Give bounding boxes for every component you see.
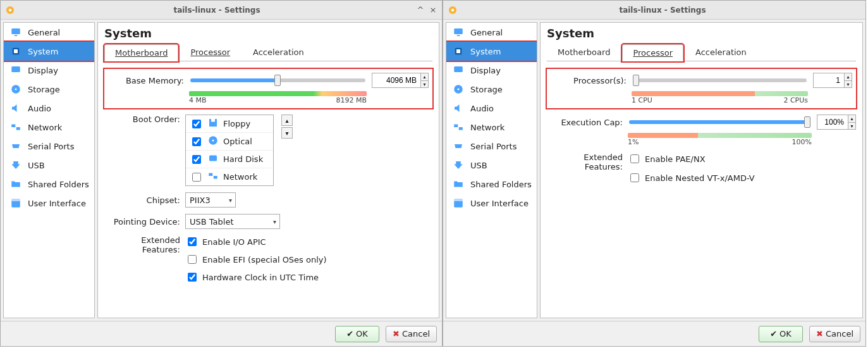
boot-optical-checkbox[interactable] xyxy=(192,137,201,146)
svg-rect-29 xyxy=(454,125,458,128)
sidebar-item-label: Serial Ports xyxy=(28,142,74,151)
tab-motherboard[interactable]: Motherboard xyxy=(547,44,621,61)
extended-features-label: Extended Features: xyxy=(104,235,180,254)
base-memory-spinbox[interactable] xyxy=(372,73,421,88)
efi-check[interactable]: Enable EFI (special OSes only) xyxy=(185,253,327,266)
sidebar-item-storage[interactable]: Storage xyxy=(446,80,537,99)
extended-features-row: Extended Features: Enable PAE/NX Enable … xyxy=(547,152,856,184)
sidebar-item-general[interactable]: General xyxy=(446,23,537,42)
svg-rect-19 xyxy=(214,176,217,179)
boot-item-floppy[interactable]: Floppy xyxy=(186,115,273,133)
execution-cap-spinbox[interactable] xyxy=(817,115,848,130)
utc-checkbox[interactable] xyxy=(188,273,197,282)
sidebar-item-label: Shared Folders xyxy=(28,180,89,189)
spin-up[interactable]: ▴ xyxy=(421,73,428,80)
ok-button[interactable]: ✔ OK xyxy=(335,326,379,342)
sidebar-item-user-interface[interactable]: User Interface xyxy=(4,194,94,213)
paenx-check[interactable]: Enable PAE/NX xyxy=(628,152,755,165)
cancel-button[interactable]: ✖ Cancel xyxy=(809,326,860,342)
tab-acceleration[interactable]: Acceleration xyxy=(685,44,757,61)
svg-point-1 xyxy=(9,8,12,11)
chip-icon xyxy=(9,45,23,58)
sidebar-item-shared-folders[interactable]: Shared Folders xyxy=(4,175,94,194)
ioapic-check[interactable]: Enable I/O APIC xyxy=(185,235,327,248)
boot-order-list: Floppy Optical Hard Disk xyxy=(185,115,274,186)
svg-point-8 xyxy=(15,89,17,90)
processors-value[interactable] xyxy=(816,75,841,85)
svg-rect-9 xyxy=(11,125,15,128)
nested-checkbox[interactable] xyxy=(630,173,639,182)
processors-spinbox[interactable] xyxy=(813,73,845,88)
close-button[interactable]: × xyxy=(428,5,438,15)
boot-harddisk-checkbox[interactable] xyxy=(192,155,201,164)
tab-processor[interactable]: Processor xyxy=(180,44,241,61)
sidebar-item-user-interface[interactable]: User Interface xyxy=(446,194,537,213)
pointing-device-select[interactable]: USB Tablet xyxy=(185,214,280,229)
utc-label: Hardware Clock in UTC Time xyxy=(202,273,319,282)
boot-item-label: Network xyxy=(223,172,257,182)
spin-down[interactable]: ▾ xyxy=(848,122,855,129)
folder-icon xyxy=(451,178,465,190)
sidebar-item-shared-folders[interactable]: Shared Folders xyxy=(446,175,537,194)
sidebar-item-serial-ports[interactable]: Serial Ports xyxy=(4,137,94,156)
tabs: Motherboard Processor Acceleration xyxy=(547,44,856,61)
chipset-select[interactable]: PIIX3 xyxy=(185,192,236,208)
svg-point-21 xyxy=(451,8,455,11)
boot-item-network[interactable]: Network xyxy=(186,168,273,185)
minimize-button[interactable]: ^ xyxy=(415,5,425,15)
sidebar-item-storage[interactable]: Storage xyxy=(4,80,94,99)
ok-button[interactable]: ✔ OK xyxy=(759,326,803,342)
tab-motherboard[interactable]: Motherboard xyxy=(104,44,178,61)
sidebar-item-display[interactable]: Display xyxy=(446,61,537,80)
cancel-button[interactable]: ✖ Cancel xyxy=(386,326,437,342)
sidebar-item-usb[interactable]: USB xyxy=(446,156,537,175)
nested-check[interactable]: Enable Nested VT-x/AMD-V xyxy=(628,171,755,184)
sidebar-item-label: USB xyxy=(470,161,487,170)
boot-floppy-checkbox[interactable] xyxy=(192,120,201,128)
spin-down[interactable]: ▾ xyxy=(421,80,428,87)
processors-max-label: 2 CPUs xyxy=(783,96,808,104)
tab-processor[interactable]: Processor xyxy=(622,44,683,61)
sidebar-item-display[interactable]: Display xyxy=(4,61,94,80)
processors-slider[interactable] xyxy=(633,78,807,82)
sidebar-item-system[interactable]: System xyxy=(446,42,537,61)
spin-up[interactable]: ▴ xyxy=(848,115,855,122)
utc-check[interactable]: Hardware Clock in UTC Time xyxy=(185,271,327,283)
sidebar-item-serial-ports[interactable]: Serial Ports xyxy=(446,137,537,156)
sidebar-item-system[interactable]: System xyxy=(4,42,94,61)
usb-icon xyxy=(9,159,23,171)
chipset-value: PIIX3 xyxy=(190,196,211,205)
sidebar-item-general[interactable]: General xyxy=(4,23,94,42)
execution-cap-slider[interactable] xyxy=(629,120,810,124)
execution-cap-row: Execution Cap: ▴▾ xyxy=(547,115,856,146)
sidebar-item-label: Serial Ports xyxy=(470,142,517,151)
ioapic-checkbox[interactable] xyxy=(188,237,197,246)
spin-down[interactable]: ▾ xyxy=(845,80,852,87)
boot-item-optical[interactable]: Optical xyxy=(186,133,273,151)
sidebar-item-label: General xyxy=(470,28,503,37)
content-panel: System Motherboard Processor Acceleratio… xyxy=(540,22,863,318)
chipset-label: Chipset: xyxy=(104,196,180,205)
speaker-icon xyxy=(451,102,465,115)
speaker-icon xyxy=(9,102,23,115)
base-memory-slider[interactable] xyxy=(190,78,365,82)
efi-checkbox[interactable] xyxy=(188,255,197,264)
sidebar-item-network[interactable]: Network xyxy=(446,118,537,137)
execution-cap-value[interactable] xyxy=(820,117,845,127)
chip-icon xyxy=(451,45,465,58)
paenx-checkbox[interactable] xyxy=(630,154,639,163)
boot-move-up[interactable]: ▴ xyxy=(281,115,293,126)
boot-move-down[interactable]: ▾ xyxy=(281,127,293,139)
sidebar-item-audio[interactable]: Audio xyxy=(4,99,94,118)
sidebar-item-audio[interactable]: Audio xyxy=(446,99,537,118)
spin-up[interactable]: ▴ xyxy=(845,73,852,80)
optical-icon xyxy=(207,135,219,148)
boot-item-harddisk[interactable]: Hard Disk xyxy=(186,151,273,168)
sidebar-item-network[interactable]: Network xyxy=(4,118,94,137)
sidebar-item-label: Network xyxy=(470,123,504,132)
tab-acceleration[interactable]: Acceleration xyxy=(242,44,315,61)
efi-label: Enable EFI (special OSes only) xyxy=(202,255,327,264)
base-memory-value[interactable] xyxy=(375,75,418,85)
sidebar-item-usb[interactable]: USB xyxy=(4,156,94,175)
boot-network-checkbox[interactable] xyxy=(192,173,201,182)
